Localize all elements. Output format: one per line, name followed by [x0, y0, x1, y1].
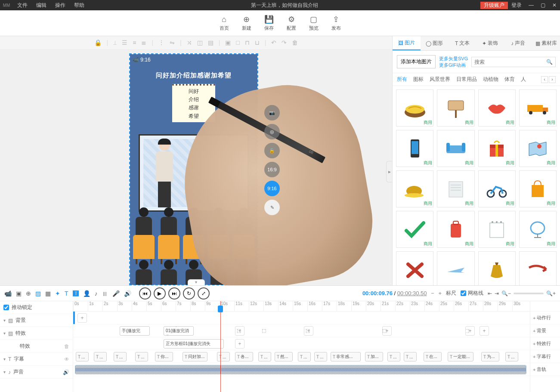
subtitle-clip[interactable]: T在... — [424, 352, 442, 361]
track-subtitle-label[interactable]: ▾T字幕👁 — [0, 353, 73, 366]
zoom-slider[interactable] — [514, 293, 544, 294]
asset-phone[interactable]: 商用 — [396, 130, 433, 167]
fc-camera[interactable]: 📷 — [264, 105, 280, 120]
menu-action[interactable]: 操作 — [51, 2, 70, 9]
menu-help[interactable]: 帮助 — [70, 2, 89, 9]
subtitle-clip[interactable]: T... — [135, 352, 148, 361]
lock-icon[interactable]: 🔒 — [94, 39, 102, 46]
collapse-panel-icon[interactable]: ▾ — [188, 279, 205, 285]
asset-moneybag[interactable] — [478, 251, 516, 285]
trash-icon[interactable]: 🗑 — [292, 39, 298, 46]
subtitle-clip[interactable]: T... — [258, 352, 271, 361]
asset-lips[interactable]: 商用 — [478, 90, 516, 127]
add-fx-clip[interactable]: + — [304, 326, 313, 336]
add-bg-row[interactable]: 背景 — [530, 324, 560, 337]
tb-new[interactable]: ⊕新建 — [242, 15, 251, 31]
asset-motorcycle[interactable]: 商用 — [478, 170, 516, 207]
asset-check[interactable]: 商用 — [396, 211, 433, 248]
asset-paper[interactable]: 商用 — [437, 170, 474, 207]
snap-icon[interactable]: ⇥ — [495, 290, 499, 296]
layer-icon[interactable]: □ — [236, 39, 239, 46]
subtitle-clip[interactable]: T... — [114, 352, 127, 361]
fc-ratio-169[interactable]: 16:9 — [264, 162, 280, 177]
asset-suitcase[interactable]: 商用 — [437, 211, 474, 248]
asset-plane[interactable] — [437, 251, 474, 285]
tab-text[interactable]: T文本 — [449, 36, 476, 50]
tl-mic-icon[interactable]: 🎤 — [112, 290, 120, 297]
play-button[interactable]: ▶ — [154, 287, 166, 299]
fullscreen-button[interactable]: ⤢ — [198, 287, 210, 299]
fc-lock[interactable]: 🔓 — [264, 143, 280, 158]
add-action-row[interactable]: 动作行 — [530, 312, 560, 324]
subtitle-clip[interactable]: T... — [217, 352, 230, 361]
tab-shape[interactable]: ◯图形 — [421, 36, 449, 50]
subtitle-clip[interactable]: T各... — [235, 352, 253, 361]
add-bg-clip[interactable]: + — [77, 313, 87, 323]
subtitle-clip[interactable]: T... — [76, 352, 89, 361]
upgrade-button[interactable]: 升级账户 — [480, 2, 508, 9]
track-audio[interactable] — [73, 363, 530, 376]
fx-clip[interactable]: 正方形框01(播放完消失 — [164, 339, 224, 349]
tb-publish[interactable]: ⇪发布 — [331, 15, 341, 31]
layer-icon[interactable]: ▣ — [225, 39, 231, 46]
cat-all[interactable]: 所有 — [397, 76, 407, 83]
add-fx-clip[interactable]: + — [235, 339, 244, 349]
tab-image[interactable]: 🖼图片 — [393, 36, 421, 50]
tl-cam-icon[interactable]: 📹 — [4, 290, 12, 297]
push-lock-checkbox[interactable] — [3, 305, 9, 310]
add-fx-clip[interactable]: + — [382, 326, 392, 336]
fc-ratio-916[interactable]: 9:16 — [264, 181, 280, 196]
fx-marker[interactable]: 手(播放完 — [120, 326, 150, 336]
asset-chair[interactable]: 商用 — [519, 211, 557, 248]
tl-t-icon[interactable]: T — [65, 290, 68, 297]
cat-icon[interactable]: 图标 — [413, 76, 424, 83]
more-svg-link[interactable]: 更多矢量SVG — [439, 56, 468, 62]
redo-icon[interactable]: ↷ — [282, 39, 287, 46]
search-icon[interactable]: 🔍 — [546, 59, 553, 65]
track-bg-label[interactable]: ▾▨背景 — [0, 314, 73, 327]
track-fx2-label[interactable]: 特效🗑 — [0, 340, 73, 353]
track-fx-label[interactable]: ▾▨特效 — [0, 327, 73, 340]
tb-preview[interactable]: ▢预览 — [309, 15, 319, 31]
eye-icon[interactable]: 👁 — [64, 356, 69, 362]
asset-truck[interactable]: 商用 — [519, 90, 557, 127]
asset-arrow[interactable] — [519, 251, 557, 285]
add-audio-row[interactable]: 音轨 — [530, 363, 560, 376]
flip-icon[interactable]: ⇋ — [170, 39, 175, 46]
cat-people[interactable]: 人 — [521, 76, 526, 83]
subtitle-clip[interactable]: T然... — [275, 352, 293, 361]
asset-noodles[interactable]: 商用 — [396, 90, 433, 127]
align-icon[interactable]: ≡ — [133, 39, 136, 46]
subtitle-clip[interactable]: T一定能... — [448, 352, 473, 361]
align-icon[interactable]: ⟂ — [113, 39, 117, 46]
subtitle-clip[interactable]: T问好加... — [183, 352, 207, 361]
tl-vol-icon[interactable]: 🔊 — [124, 290, 131, 297]
tl-grid-icon[interactable]: ▨ — [35, 290, 41, 297]
loop-button[interactable]: ↻ — [183, 287, 195, 299]
dist-icon[interactable]: ▤ — [208, 39, 213, 46]
track-subtitle[interactable]: T...T...T...T...T你...T问好加...T...T各...T..… — [73, 350, 530, 363]
add-fx-clip[interactable]: + — [235, 326, 244, 336]
tab-sound[interactable]: ♪声音 — [504, 36, 532, 50]
dist-icon[interactable]: ⤭ — [187, 39, 192, 46]
subtitle-clip[interactable]: T... — [298, 352, 311, 361]
playhead[interactable] — [220, 301, 221, 392]
cat-prev[interactable]: ‹ — [541, 76, 548, 83]
time-minus[interactable]: − — [431, 290, 434, 296]
align-icon[interactable]: ☰ — [122, 39, 127, 46]
search-input[interactable] — [474, 59, 546, 65]
track-audio-label[interactable]: ▾♪声音🔊 — [0, 366, 73, 379]
track-fx2[interactable]: 正方形框01(播放完消失+ — [73, 337, 530, 350]
tb-config[interactable]: ⚙配置 — [287, 15, 296, 31]
tl-frame-icon[interactable]: ▣ — [16, 290, 22, 297]
cat-scenery[interactable]: 风景世界 — [430, 76, 450, 83]
add-local-image-button[interactable]: 添加本地图片 — [397, 55, 436, 68]
asset-x[interactable] — [396, 251, 433, 285]
tab-library[interactable]: ▦素材库 — [532, 36, 560, 50]
tb-home[interactable]: ⌂首页 — [220, 15, 229, 31]
minimize-button[interactable]: — — [525, 2, 537, 8]
maximize-button[interactable]: ▢ — [537, 2, 549, 8]
tl-music-icon[interactable]: ♪ — [95, 290, 98, 297]
track-bg[interactable]: + — [73, 312, 530, 324]
search-box[interactable]: 🔍 — [471, 57, 556, 67]
